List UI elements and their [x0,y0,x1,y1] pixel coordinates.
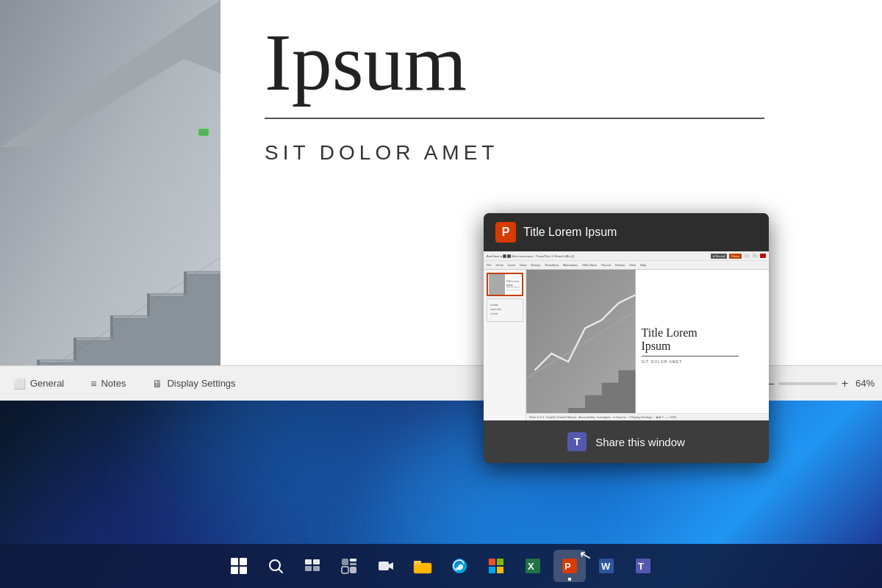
svg-text:T: T [638,561,644,572]
notes-icon: ≡ [90,378,96,390]
ppt-logo: P [495,222,516,243]
zoom-plus[interactable]: + [842,377,848,390]
mini-slide-thumb-2[interactable]: Lorem Ipsum dolor sit amet [487,298,523,322]
taskbar-word-button[interactable]: W [590,550,623,582]
svg-text:W: W [601,561,611,572]
svg-rect-48 [379,562,389,570]
taskbar-taskview-button[interactable] [296,550,329,582]
zoom-controls: — + 64% [762,377,875,390]
mini-slide-subtitle: SIT DOLOR AMET [642,359,764,364]
mini-slide-text: Title Lorem Ipsum SIT DOLOR AMET [636,270,770,420]
svg-rect-55 [489,567,495,573]
taskbar-meetnow-button[interactable] [370,550,402,582]
svg-rect-47 [350,567,356,573]
notes-label: Notes [101,378,126,389]
mini-slides-panel: Title Lorem Ipsum SIT DOLOR AMET Lorem I… [484,270,526,420]
taskbar-excel-button[interactable]: X [517,550,549,582]
svg-rect-54 [497,559,503,565]
svg-text:X: X [528,561,534,572]
taskbar-search-button[interactable] [259,550,292,582]
svg-rect-39 [305,559,312,564]
svg-rect-45 [350,563,356,565]
zoom-percent[interactable]: 64% [856,378,875,389]
svg-rect-53 [489,559,495,565]
general-icon: ⬜ [13,378,26,390]
mini-slide-thumb-1[interactable]: Title Lorem Ipsum SIT DOLOR AMET [487,273,523,296]
mini-slide-image [526,270,636,420]
svg-text:P: P [564,561,571,572]
svg-text:sit amet: sit amet [490,312,498,315]
taskbar-powerpoint-button[interactable]: P ↖ [553,550,586,582]
slide-divider [265,118,764,119]
svg-text:Lorem: Lorem [490,304,498,306]
mini-titlebar: AutoSave ● ⬛ ⬛ litlen.menuname - PowerPo… [484,251,769,261]
svg-line-38 [279,570,283,573]
taskbar-msstore-button[interactable] [480,550,512,582]
slide-title: Ipsum [265,22,838,103]
svg-text:Ipsum: Ipsum [506,284,513,287]
share-window-label: Share this window [595,436,685,448]
ppt-thumbnail-popup: P Title Lorem Ipsum AutoSave ● ⬛ ⬛ litle… [484,213,769,463]
ppt-mini-preview[interactable]: AutoSave ● ⬛ ⬛ litlen.menuname - PowerPo… [484,251,769,420]
taskbar-fileexplorer-button[interactable] [406,550,439,582]
notes-status[interactable]: ≡ Notes [85,375,132,392]
svg-marker-49 [389,562,393,570]
svg-rect-44 [350,559,356,562]
share-window-button[interactable]: T Share this window [484,420,769,463]
svg-rect-56 [497,567,503,573]
svg-rect-51 [414,561,421,564]
general-label: General [30,378,64,389]
svg-rect-43 [342,559,348,565]
teams-icon: T [567,432,587,451]
popup-header: P Title Lorem Ipsum [484,213,769,251]
mini-slide-divider [642,356,739,356]
svg-rect-10 [74,338,76,360]
display-settings-status[interactable]: 🖥 Display Settings [146,375,241,392]
popup-title: Title Lorem Ipsum [523,226,617,239]
svg-rect-41 [305,566,312,571]
svg-rect-40 [313,559,320,564]
taskbar: X P ↖ W T [0,544,882,588]
taskbar-widgets-button[interactable] [333,550,365,582]
svg-rect-46 [342,567,348,573]
svg-rect-13 [184,272,187,294]
slide-subtitle: SIT DOLOR AMET [265,141,838,165]
mini-body: Title Lorem Ipsum SIT DOLOR AMET Lorem I… [484,270,769,420]
taskbar-teams-button[interactable]: T [627,550,659,582]
general-status[interactable]: ⬜ General [7,375,70,392]
mini-main-slide: Title Lorem Ipsum SIT DOLOR AMET Slide 1… [526,270,769,420]
mini-statusbar: Slide 1 of 4 · English (United States) ·… [526,413,769,420]
slide-image [0,0,220,401]
svg-rect-24 [489,274,505,295]
display-settings-label: Display Settings [167,378,235,389]
display-settings-icon: 🖥 [152,378,162,390]
svg-rect-42 [313,566,320,571]
svg-text:Title Lorem: Title Lorem [506,280,519,283]
svg-text:Ipsum dolor: Ipsum dolor [490,308,501,311]
svg-rect-15 [198,129,209,136]
mini-ribbon: File Home Insert Draw Design Transitions… [484,261,769,270]
taskbar-start-button[interactable] [223,550,255,582]
taskbar-edge-button[interactable] [443,550,476,582]
svg-rect-50 [414,563,431,573]
